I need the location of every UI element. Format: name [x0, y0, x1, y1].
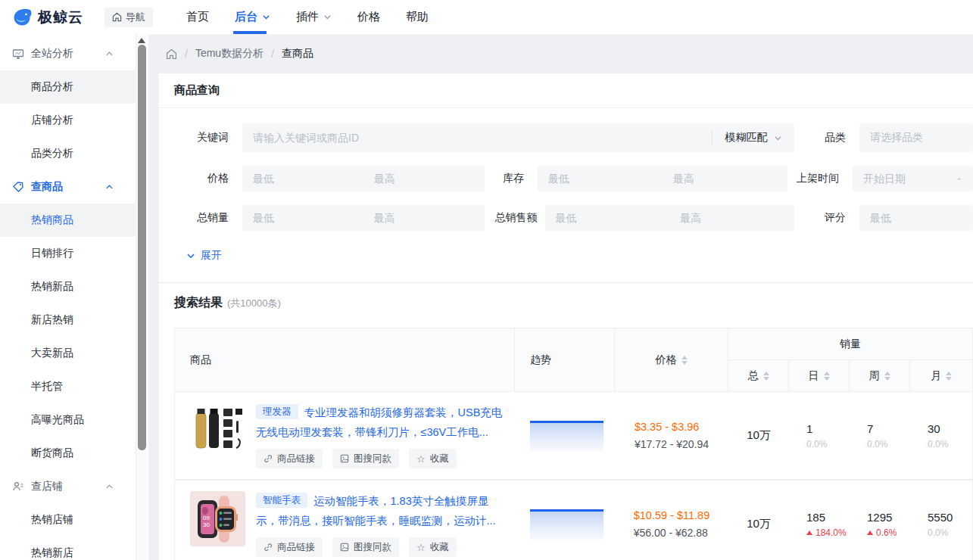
app-logo[interactable]: 极鲸云 [11, 8, 83, 27]
link-icon [264, 543, 273, 552]
total-sales-filter-label: 总销量 [174, 211, 229, 225]
menu-item-pricing[interactable]: 价格 [348, 0, 389, 34]
svg-text:09: 09 [203, 515, 210, 521]
breadcrumb-temu-analysis[interactable]: Temu数据分析 [195, 47, 264, 61]
sidebar-item-high-exposure[interactable]: 高曝光商品 [0, 403, 135, 437]
page-title: 商品查询 [159, 73, 973, 108]
sidebar: 全站分析 商品分析 店铺分析 品类分析 查商品 热销商品 日销排行 热销新品 新… [0, 34, 148, 560]
product-link-button[interactable]: 商品链接 [256, 537, 323, 557]
main-menu: 首页 后台 插件 价格 帮助 [177, 0, 445, 34]
sidebar-item-hot-new-products[interactable]: 热销新品 [0, 270, 135, 303]
expand-filters-button[interactable]: 展开 [186, 249, 973, 263]
sort-caret-icon[interactable] [946, 372, 952, 381]
tag-icon [12, 181, 24, 193]
week-sales-cell: 1295 0.6% [850, 481, 910, 560]
price-max-input[interactable] [363, 173, 485, 185]
category-chip: 智能手表 [256, 493, 307, 508]
image-icon [340, 543, 349, 552]
col-header-price[interactable]: 价格 [615, 328, 728, 391]
day-sales-cell: 185 184.0% [789, 481, 850, 560]
sidebar-item-out-of-stock[interactable]: 断货商品 [0, 437, 135, 470]
trend-cell [515, 481, 615, 560]
favorite-button[interactable]: ☆ 收藏 [409, 449, 457, 468]
product-title-link[interactable]: 理发器专业理发器和胡须修剪器套装，USB充电无线电动理发套装，带锋利刀片，≤36… [256, 403, 503, 442]
revenue-filter-label: 总销售额 [485, 211, 538, 225]
image-search-button[interactable]: 图搜同款 [332, 537, 399, 557]
total-sales-min-input[interactable] [242, 212, 363, 224]
revenue-max-input[interactable] [669, 212, 794, 224]
sidebar-item-daily-ranking[interactable]: 日销排行 [0, 237, 135, 270]
start-date-input[interactable] [853, 173, 957, 185]
rating-min-input[interactable] [859, 212, 973, 224]
category-select[interactable]: 请选择品类 [859, 123, 973, 152]
sort-caret-icon[interactable] [681, 356, 688, 365]
home-icon[interactable] [166, 48, 177, 60]
scrollbar-thumb[interactable] [138, 45, 146, 450]
results-count: (共10000条) [227, 297, 281, 310]
product-image[interactable] [190, 403, 245, 458]
price-filter-label: 价格 [174, 172, 229, 185]
menu-item-home[interactable]: 首页 [177, 0, 218, 34]
rating-filter-label: 评分 [794, 211, 846, 225]
home-icon [112, 12, 122, 22]
sidebar-section-search-shops[interactable]: 查店铺 [0, 470, 135, 503]
whale-logo-icon [11, 8, 33, 27]
col-header-day[interactable]: 日 [789, 360, 850, 391]
col-header-product: 商品 [175, 328, 515, 391]
menu-item-help[interactable]: 帮助 [397, 0, 438, 34]
sidebar-item-product-analysis[interactable]: 商品分析 [0, 70, 135, 104]
product-link-button[interactable]: 商品链接 [256, 449, 323, 468]
product-cell: 理发器专业理发器和胡须修剪器套装，USB充电无线电动理发套装，带锋利刀片，≤36… [175, 392, 515, 479]
menu-item-backend[interactable]: 后台 [226, 0, 279, 34]
image-icon [340, 454, 349, 463]
top-navbar: 极鲸云 导航 首页 后台 插件 价格 帮助 [0, 0, 973, 34]
chevron-down-icon [774, 134, 782, 142]
sidebar-scrollbar[interactable] [136, 34, 147, 560]
col-header-week[interactable]: 周 [850, 360, 910, 391]
sidebar-item-hot-shops[interactable]: 热销店铺 [0, 503, 135, 537]
sidebar-item-semi-managed[interactable]: 半托管 [0, 370, 135, 403]
col-header-total[interactable]: 总 [728, 360, 789, 391]
scroll-up-arrow-icon[interactable] [138, 38, 145, 43]
product-title-link[interactable]: 智能手表运动智能手表，1.83英寸全触摸屏显示，带消息，接听智能手表，睡眠监测，… [256, 491, 503, 530]
breadcrumb: / Temu数据分析 / 查商品 [148, 34, 973, 73]
trend-sparkline [530, 509, 603, 540]
results-title: 搜索结果 [174, 295, 223, 311]
keyword-input[interactable] [242, 132, 712, 144]
sidebar-item-new-shop-hot[interactable]: 新店热销 [0, 303, 135, 337]
sidebar-item-hot-new-shops[interactable]: 热销新店 [0, 537, 135, 560]
sidebar-section-site-analysis[interactable]: 全站分析 [0, 37, 135, 70]
menu-item-plugins[interactable]: 插件 [287, 0, 341, 34]
star-icon: ☆ [416, 542, 426, 553]
listing-date-field[interactable]: - [853, 166, 973, 191]
monitor-icon [12, 48, 24, 60]
col-header-month[interactable]: 月 [910, 360, 972, 391]
sidebar-item-category-analysis[interactable]: 品类分析 [0, 137, 135, 170]
sidebar-section-search-products[interactable]: 查商品 [0, 170, 135, 204]
match-mode-select[interactable]: 模糊匹配 [713, 131, 794, 145]
chevron-up-icon [105, 483, 114, 491]
sidebar-item-hot-products[interactable]: 热销商品 [0, 204, 135, 237]
total-sales-max-input[interactable] [363, 212, 485, 224]
total-sales-range-field [242, 205, 485, 231]
sort-caret-icon[interactable] [763, 372, 769, 381]
sidebar-item-shop-analysis[interactable]: 店铺分析 [0, 104, 135, 137]
revenue-min-input[interactable] [545, 212, 670, 224]
nav-shortcut-button[interactable]: 导航 [104, 8, 153, 27]
stock-min-input[interactable] [538, 173, 663, 185]
price-min-input[interactable] [242, 173, 363, 185]
stock-max-input[interactable] [663, 173, 787, 185]
sort-caret-icon[interactable] [884, 372, 890, 381]
sidebar-item-bestseller-new[interactable]: 大卖新品 [0, 337, 135, 370]
table-header: 商品 趋势 价格 销量 总 日 [175, 328, 972, 391]
chevron-down-icon [323, 13, 332, 21]
category-chip: 理发器 [256, 404, 298, 419]
image-search-button[interactable]: 图搜同款 [332, 449, 399, 468]
sort-caret-icon[interactable] [824, 372, 830, 381]
favorite-button[interactable]: ☆ 收藏 [409, 537, 457, 557]
product-cell: 09 30 [175, 481, 515, 560]
chevron-up-icon [105, 50, 114, 58]
col-header-trend: 趋势 [515, 328, 615, 391]
rating-min-field [859, 205, 973, 231]
product-image[interactable]: 09 30 [190, 491, 245, 546]
